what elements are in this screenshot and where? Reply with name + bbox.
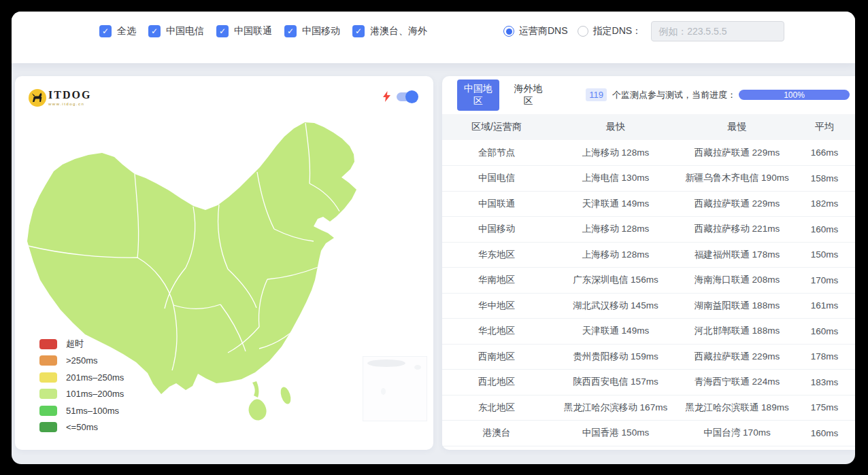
tab-label: 中国地区 [464, 83, 493, 106]
table-header-cell: 区域/运营商 [442, 114, 551, 140]
filter-checkbox-item[interactable]: ✓ 全选 [99, 25, 136, 37]
cell-region: 西南地区 [442, 344, 551, 370]
cell-slowest: 西藏拉萨联通 229ms [680, 140, 794, 166]
checkbox-checked-icon[interactable]: ✓ [99, 25, 112, 37]
cell-slowest: 黑龙江哈尔滨联通 189ms [680, 395, 794, 421]
table-header-cell: 最快 [551, 114, 680, 140]
cell-average: 166ms [794, 140, 855, 166]
lightning-icon [383, 91, 390, 102]
cell-slowest: 西藏拉萨联通 229ms [680, 344, 794, 370]
radio-label: 运营商DNS [519, 25, 568, 37]
legend-swatch [39, 372, 57, 383]
cell-region: 华中地区 [442, 293, 551, 319]
page: ✓ 全选 ✓ 中国电信 ✓ 中国联通 ✓ 中国移动 [12, 12, 855, 464]
dns-radio-item[interactable]: 指定DNS： [578, 25, 642, 37]
table-row: 华东地区 上海移动 128ms 福建福州联通 178ms 150ms [442, 242, 855, 268]
itdog-logo: ITDOG www.itdog.cn [29, 89, 91, 107]
cell-fastest: 陕西西安电信 157ms [551, 370, 680, 395]
cell-average: 150ms [794, 242, 855, 268]
cell-slowest: 西藏拉萨移动 221ms [680, 217, 794, 243]
south-china-sea-inset [363, 356, 427, 421]
cell-slowest: 青海西宁联通 224ms [680, 370, 794, 395]
taiwan-island [279, 386, 293, 406]
inset-island-dot [381, 388, 386, 395]
legend-item: 超时 [39, 336, 124, 353]
cell-average: 158ms [794, 166, 855, 192]
cell-average: 170ms [794, 268, 855, 294]
checkbox-checked-icon[interactable]: ✓ [216, 25, 229, 37]
cell-slowest: 新疆乌鲁木齐电信 190ms [680, 166, 794, 192]
cell-region: 中国移动 [442, 217, 551, 243]
region-tabs: 中国地区 海外地区 [457, 80, 549, 111]
cell-average: 160ms [794, 217, 855, 243]
cell-slowest: 海南海口联通 208ms [680, 268, 794, 294]
checkbox-checked-icon[interactable]: ✓ [352, 25, 365, 37]
cell-average: 160ms [794, 421, 855, 446]
legend-label: 201ms–250ms [66, 372, 124, 383]
dns-radio-item[interactable]: 运营商DNS [503, 25, 568, 37]
cell-average: 183ms [794, 370, 855, 395]
filter-checkbox-item[interactable]: ✓ 港澳台、海外 [352, 25, 427, 37]
table-row: 中国电信 上海电信 130ms 新疆乌鲁木齐电信 190ms 158ms [442, 166, 855, 192]
cell-fastest: 上海移动 128ms [551, 140, 680, 166]
logo-subtitle: www.itdog.cn [48, 102, 91, 106]
legend-swatch [39, 389, 57, 399]
progress-bar: 100% [739, 90, 850, 100]
legend-label: >250ms [66, 355, 98, 366]
dns-option-group: 运营商DNS 指定DNS： [503, 12, 784, 51]
region-tab[interactable]: 中国地区 [457, 80, 499, 111]
checkbox-label: 全选 [117, 25, 136, 37]
latency-legend: 超时 >250ms 201ms–250ms 101ms–200ms [39, 336, 124, 436]
cell-fastest: 上海移动 128ms [551, 217, 680, 243]
legend-item: 51ms–100ms [39, 402, 124, 419]
radio-icon[interactable] [503, 26, 514, 37]
tab-label: 海外地区 [514, 83, 542, 106]
inset-islands [367, 359, 405, 367]
table-row: 华南地区 广东深圳电信 156ms 海南海口联通 208ms 170ms [442, 268, 855, 294]
checkbox-label: 港澳台、海外 [370, 25, 427, 37]
cell-region: 中国电信 [442, 166, 551, 192]
filter-checkbox-item[interactable]: ✓ 中国联通 [216, 25, 272, 37]
cell-region: 西北地区 [442, 370, 551, 395]
legend-label: 51ms–100ms [66, 406, 119, 416]
dog-logo-icon [29, 89, 46, 107]
filter-checkbox-item[interactable]: ✓ 中国电信 [148, 25, 204, 37]
logo-text: ITDOG www.itdog.cn [48, 90, 91, 106]
table-header-row: 区域/运营商 最快 最慢 平均 [442, 114, 855, 140]
table-header-cell: 最慢 [680, 114, 794, 140]
cell-region: 港澳台 [442, 421, 551, 446]
cell-average: 182ms [794, 191, 855, 217]
cell-slowest: 湖南益阳联通 188ms [680, 293, 794, 319]
filter-checkbox-item[interactable]: ✓ 中国移动 [284, 25, 340, 37]
checkbox-label: 中国电信 [166, 25, 204, 37]
table-row: 东北地区 黑龙江哈尔滨移动 167ms 黑龙江哈尔滨联通 189ms 175ms [442, 395, 855, 421]
cell-region: 中国联通 [442, 191, 551, 217]
custom-dns-input[interactable] [651, 21, 784, 41]
legend-swatch [39, 406, 57, 416]
fast-mode-toggle[interactable] [397, 92, 417, 101]
table-row: 西北地区 陕西西安电信 157ms 青海西宁联通 224ms 183ms [442, 370, 855, 395]
table-row: 华北地区 天津联通 149ms 河北邯郸联通 188ms 160ms [442, 319, 855, 345]
cell-region: 华北地区 [442, 319, 551, 345]
cell-fastest: 黑龙江哈尔滨移动 167ms [551, 395, 680, 421]
dns-radio-list: 运营商DNS 指定DNS： [503, 25, 641, 37]
checkbox-label: 中国移动 [302, 25, 340, 37]
cell-fastest: 天津联通 149ms [551, 191, 680, 217]
radio-icon[interactable] [578, 26, 588, 37]
table-row: 港澳台 中国香港 150ms 中国台湾 170ms 160ms [442, 421, 855, 446]
legend-swatch [39, 355, 57, 366]
logo-title: ITDOG [48, 90, 91, 101]
table-row: 华中地区 湖北武汉移动 145ms 湖南益阳联通 188ms 161ms [442, 293, 855, 319]
legend-swatch [39, 422, 57, 432]
checkbox-checked-icon[interactable]: ✓ [284, 25, 297, 37]
results-table: 区域/运营商 最快 最慢 平均 全部节点 上海移动 128ms 西藏拉萨联通 2… [442, 114, 855, 446]
cell-region: 东北地区 [442, 395, 551, 421]
table-row: 中国移动 上海移动 128ms 西藏拉萨移动 221ms 160ms [442, 217, 855, 243]
cell-fastest: 中国香港 150ms [551, 421, 680, 446]
cell-average: 161ms [794, 293, 855, 319]
table-body: 全部节点 上海移动 128ms 西藏拉萨联通 229ms 166ms 中国电信 … [442, 140, 855, 446]
checkbox-checked-icon[interactable]: ✓ [148, 25, 161, 37]
leizhou-peninsula [252, 381, 258, 398]
toggle-knob[interactable] [405, 90, 418, 103]
region-tab[interactable]: 海外地区 [507, 80, 550, 111]
